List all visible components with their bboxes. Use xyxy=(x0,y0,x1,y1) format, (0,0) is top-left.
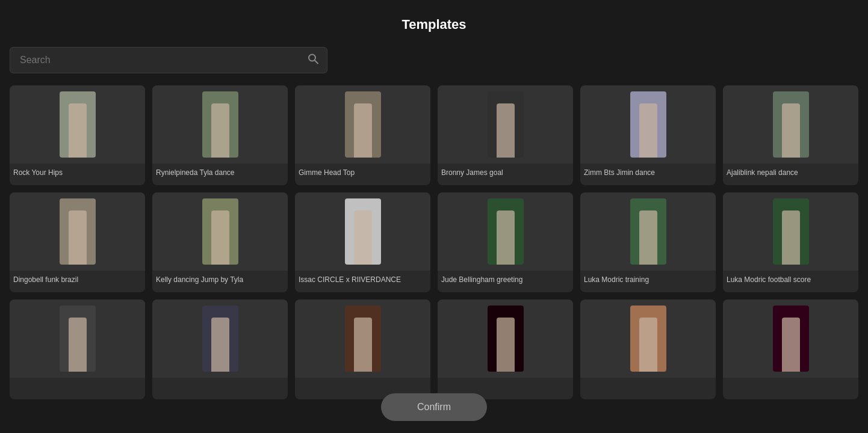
template-label xyxy=(152,378,288,399)
template-thumbnail xyxy=(295,85,430,164)
template-label xyxy=(580,378,716,399)
template-thumbnail xyxy=(438,85,573,164)
template-card[interactable] xyxy=(723,299,858,399)
template-thumbnail xyxy=(10,299,145,378)
template-thumbnail xyxy=(723,192,858,271)
template-card[interactable] xyxy=(438,299,573,399)
template-card[interactable]: Luka Modric football score xyxy=(723,192,858,292)
template-card[interactable]: Zimm Bts Jimin dance xyxy=(580,85,716,185)
template-card[interactable]: Luka Modric training xyxy=(580,192,716,292)
template-card[interactable]: Ajaliblink nepali dance xyxy=(723,85,858,185)
template-thumbnail xyxy=(152,299,288,378)
template-thumbnail xyxy=(10,192,145,271)
template-card[interactable]: Issac CIRCLE x RIIVERDANCE xyxy=(295,192,430,292)
template-thumbnail xyxy=(723,85,858,164)
template-label: Ajaliblink nepali dance xyxy=(723,164,858,185)
template-thumbnail xyxy=(152,85,288,164)
template-card[interactable] xyxy=(295,299,430,399)
template-card[interactable]: Bronny James goal xyxy=(438,85,573,185)
template-thumbnail xyxy=(580,192,716,271)
search-container xyxy=(10,47,327,73)
template-label: Kelly dancing Jump by Tyla xyxy=(152,271,288,292)
confirm-button[interactable]: Confirm xyxy=(381,393,487,421)
template-card[interactable]: Jude Bellingham greeting xyxy=(438,192,573,292)
template-thumbnail xyxy=(580,85,716,164)
template-card[interactable]: Dingobell funk brazil xyxy=(10,192,145,292)
template-card[interactable]: Rynielpineda Tyla dance xyxy=(152,85,288,185)
template-thumbnail xyxy=(723,299,858,378)
templates-grid: Rock Your HipsRynielpineda Tyla danceGim… xyxy=(0,85,868,399)
template-thumbnail xyxy=(295,192,430,271)
template-label: Zimm Bts Jimin dance xyxy=(580,164,716,185)
template-label: Bronny James goal xyxy=(438,164,573,185)
template-label: Dingobell funk brazil xyxy=(10,271,145,292)
page-container: Templates Rock Your HipsRynielpineda Tyl… xyxy=(0,0,868,433)
template-card[interactable] xyxy=(152,299,288,399)
template-card[interactable]: Gimme Head Top xyxy=(295,85,430,185)
template-label xyxy=(723,378,858,399)
svg-line-1 xyxy=(315,61,318,64)
template-thumbnail xyxy=(295,299,430,378)
template-label: Rynielpineda Tyla dance xyxy=(152,164,288,185)
template-thumbnail xyxy=(580,299,716,378)
template-card[interactable]: Rock Your Hips xyxy=(10,85,145,185)
template-label: Luka Modric football score xyxy=(723,271,858,292)
template-label: Gimme Head Top xyxy=(295,164,430,185)
search-icon[interactable] xyxy=(307,53,319,68)
template-thumbnail xyxy=(438,299,573,378)
template-thumbnail xyxy=(438,192,573,271)
template-label: Issac CIRCLE x RIIVERDANCE xyxy=(295,271,430,292)
template-thumbnail xyxy=(152,192,288,271)
template-label: Luka Modric training xyxy=(580,271,716,292)
template-card[interactable] xyxy=(10,299,145,399)
template-label: Jude Bellingham greeting xyxy=(438,271,573,292)
template-label: Rock Your Hips xyxy=(10,164,145,185)
page-title: Templates xyxy=(401,17,466,32)
search-input[interactable] xyxy=(10,47,327,73)
template-card[interactable]: Kelly dancing Jump by Tyla xyxy=(152,192,288,292)
template-card[interactable] xyxy=(580,299,716,399)
template-thumbnail xyxy=(10,85,145,164)
template-label xyxy=(10,378,145,399)
